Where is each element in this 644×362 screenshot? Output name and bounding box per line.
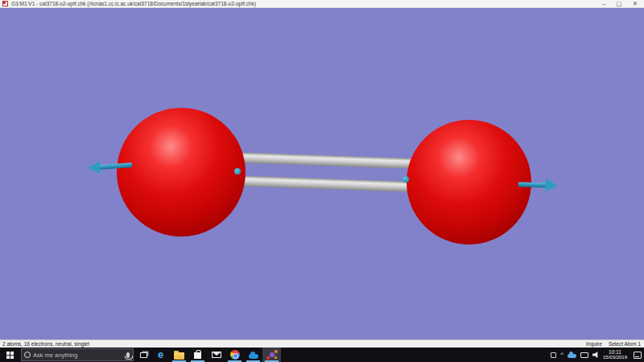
cortana-search-box[interactable]	[21, 348, 134, 361]
molecule-viewport[interactable]	[0, 8, 644, 339]
restore-button[interactable]: ▢	[617, 0, 622, 8]
task-view-icon	[140, 352, 147, 358]
status-right-group: Inquire Select Atom 1	[586, 341, 644, 347]
tray-app-icon[interactable]	[551, 352, 556, 358]
network-icon[interactable]	[580, 352, 588, 358]
clock-time: 10:11	[609, 349, 621, 355]
displacement-arrow-right	[518, 178, 559, 192]
oxygen-atom-right[interactable]	[407, 120, 531, 245]
taskbar-item-mail[interactable]	[207, 348, 225, 362]
taskbar-item-store[interactable]	[188, 348, 207, 362]
taskbar-clock[interactable]: 10:11 15/03/2019	[603, 349, 627, 360]
arrow-shaft	[518, 182, 546, 187]
envelope-icon	[212, 352, 221, 358]
system-tray: ^ 10:11 15/03/2019	[551, 348, 644, 362]
cloud-icon	[249, 354, 258, 359]
taskbar-item-onedrive[interactable]	[244, 348, 262, 362]
arrow-head-icon	[546, 179, 559, 192]
action-center-icon[interactable]	[634, 352, 642, 359]
edge-icon: e	[158, 349, 163, 360]
window-titlebar: G3:M1:V1 - cat3718-o2-optf.chk (//icnas1…	[0, 0, 644, 8]
arrow-shaft	[100, 162, 132, 170]
taskbar-item-edge[interactable]: e	[151, 348, 170, 362]
volume-icon[interactable]	[592, 352, 599, 358]
arrow-tail-dot-left	[234, 168, 241, 175]
minimize-button[interactable]: –	[602, 0, 605, 8]
search-input[interactable]	[33, 352, 124, 359]
screen: G3:M1:V1 - cat3718-o2-optf.chk (//icnas1…	[0, 0, 644, 362]
mode-indicator: Inquire	[586, 341, 602, 347]
arrow-tail-dot-right	[402, 176, 409, 183]
start-button[interactable]	[0, 348, 19, 362]
taskbar-item-chrome[interactable]	[225, 348, 244, 362]
folder-icon	[174, 352, 184, 360]
molecule-app-icon	[266, 350, 278, 360]
arrow-head-icon	[88, 161, 101, 175]
clock-date: 15/03/2019	[603, 355, 627, 360]
window-title: G3:M1:V1 - cat3718-o2-optf.chk (//icnas1…	[11, 1, 256, 6]
status-bar: 2 atoms, 16 electrons, neutral, singlet …	[0, 339, 644, 348]
chrome-icon	[230, 350, 240, 360]
onedrive-tray-icon[interactable]	[568, 354, 576, 358]
windows-logo-icon	[6, 352, 14, 359]
show-hidden-icons-button[interactable]: ^	[560, 352, 564, 358]
taskbar-item-gaussview-active[interactable]	[262, 348, 281, 362]
gaussview-document-icon	[2, 1, 8, 6]
task-view-button[interactable]	[135, 348, 151, 362]
window-controls: – ▢ ✕	[602, 0, 644, 8]
oxygen-atom-left[interactable]	[117, 108, 246, 237]
windows-taskbar: e	[0, 348, 644, 362]
pinned-apps: e	[151, 348, 281, 362]
selection-hint: Select Atom 1	[609, 341, 641, 347]
taskbar-item-file-explorer[interactable]	[170, 348, 188, 362]
close-button[interactable]: ✕	[633, 0, 638, 8]
molecule-summary: 2 atoms, 16 electrons, neutral, singlet	[0, 341, 89, 347]
shopping-bag-icon	[194, 352, 201, 359]
microphone-icon[interactable]	[126, 352, 130, 358]
cortana-icon	[24, 352, 31, 358]
